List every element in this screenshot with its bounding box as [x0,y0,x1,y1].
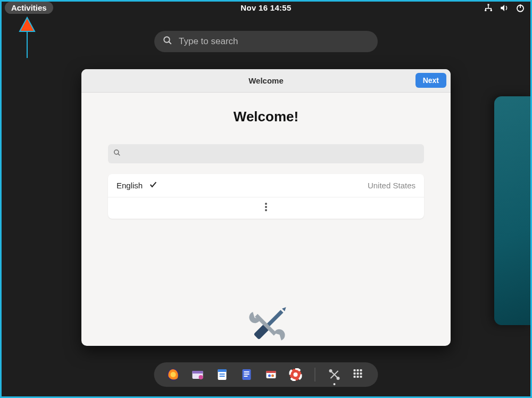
svg-point-14 [265,206,267,208]
svg-line-12 [118,154,120,156]
overview-search-input[interactable] [179,36,369,47]
check-icon [149,180,157,190]
svg-point-15 [265,209,267,211]
activities-button[interactable]: Activities [5,2,53,14]
svg-point-36 [271,375,274,377]
next-button[interactable]: Next [415,73,446,88]
svg-rect-2 [491,10,492,11]
svg-rect-28 [220,376,225,377]
svg-rect-27 [220,374,225,375]
svg-point-39 [294,372,298,377]
language-region: United States [368,181,415,190]
svg-point-43 [337,377,340,380]
svg-rect-4 [485,8,492,9]
dock-app-files[interactable] [192,368,204,381]
dock-app-text-editor[interactable] [216,368,229,381]
language-list: English United States [108,174,424,219]
dock-app-software[interactable] [265,368,278,381]
dock-separator [315,368,315,382]
dock-app-help[interactable] [289,368,302,381]
window-headerbar[interactable]: Welcome Next [81,69,451,93]
svg-point-11 [114,150,119,154]
svg-point-9 [164,37,170,43]
svg-rect-1 [485,10,486,11]
svg-rect-32 [244,376,248,377]
svg-rect-0 [488,4,489,6]
volume-icon[interactable] [500,3,509,13]
svg-point-13 [265,203,267,205]
svg-rect-6 [491,8,492,10]
apps-grid-icon [353,368,363,379]
dock-show-apps[interactable] [353,368,365,381]
svg-rect-26 [218,369,227,372]
svg-point-24 [199,375,203,379]
system-tray[interactable] [484,3,525,13]
svg-point-21 [171,372,176,377]
svg-point-42 [329,369,332,372]
svg-rect-34 [267,371,276,373]
svg-point-35 [268,375,271,377]
svg-line-10 [169,42,171,44]
search-icon [163,36,172,48]
svg-rect-31 [244,374,250,375]
more-icon [265,203,267,213]
svg-rect-23 [193,371,203,374]
dock-app-settings[interactable] [328,368,341,381]
svg-rect-30 [244,371,250,372]
language-search[interactable] [108,144,424,163]
window-title: Welcome [248,76,284,85]
tools-overlay-graphic [243,302,291,350]
dock [154,362,378,387]
page-heading: Welcome! [108,109,424,125]
more-languages-row[interactable] [108,197,424,219]
top-bar: Activities Nov 16 14:55 [2,2,530,15]
clock[interactable]: Nov 16 14:55 [240,3,291,12]
window-body: Welcome! English United States [81,93,451,219]
svg-rect-3 [488,6,489,9]
dock-app-documents[interactable] [240,368,253,381]
search-icon [113,149,121,159]
svg-rect-5 [485,8,486,10]
workspace-preview-2[interactable] [494,96,531,325]
language-name: English [117,181,143,190]
network-icon[interactable] [484,3,493,13]
dock-app-firefox[interactable] [167,368,180,381]
running-indicator [334,383,336,385]
power-icon[interactable] [516,3,525,13]
annotation-arrow [16,16,38,59]
svg-marker-18 [282,306,287,311]
language-row[interactable]: English United States [108,174,424,197]
overview-search[interactable] [154,31,378,52]
